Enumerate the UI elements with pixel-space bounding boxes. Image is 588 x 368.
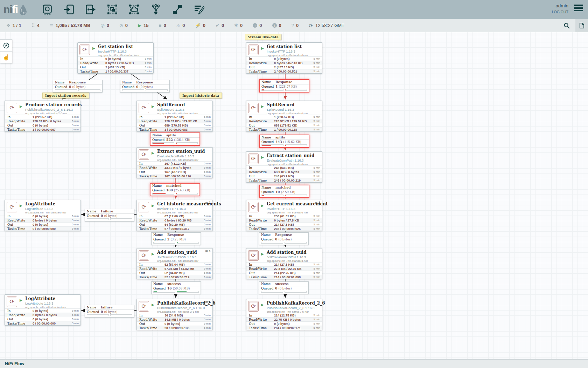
processor-node[interactable]: ▦ 1 ⟳ ▶ Get historic measurements Invoke… [136, 200, 213, 231]
status-item-running: ▶15 [138, 23, 148, 28]
connection-label[interactable]: Name matched Queued 10 (2.59 KB) [259, 185, 309, 198]
connection-relationship: Response [275, 80, 292, 84]
connection-relationship: Response [69, 81, 86, 84]
connection-label[interactable]: Name Response Queued 1 (228.57 KB) [259, 79, 309, 93]
processor-node[interactable]: ⟳ ▶ LogAttribute LogAttribute 1.16.3 org… [5, 294, 81, 326]
processor-stats: In0 (0 bytes)5 minRead/Write0 bytes / 0 … [5, 214, 80, 231]
remote-process-group-button[interactable] [128, 4, 140, 15]
queued-size: (3.25 MB) [170, 238, 186, 241]
hand-select-button[interactable]: ☝ [0, 51, 12, 63]
running-icon: ▶ [138, 23, 141, 28]
template-button[interactable] [172, 4, 183, 15]
connection-label[interactable]: Name Response Queued 0 (0 bytes) [53, 80, 103, 93]
processor-button[interactable] [42, 4, 53, 15]
processor-type: LogAttribute 1.16.3 [25, 207, 80, 211]
connection-name-key: Name [152, 134, 166, 137]
stat-row: In214 (27.8 KB)5 min [246, 262, 322, 266]
connection-label[interactable]: Name Response Queued 0 (0 bytes) [259, 232, 309, 245]
processor-node[interactable]: ▦ 1 ⟳ ▶ Get current measurement InvokeHT… [246, 200, 322, 231]
connection-label[interactable]: Name Response Queued 2 (3.25 MB) [151, 232, 201, 245]
queued-size: (115.62 KB) [283, 140, 301, 144]
processor-node[interactable]: ▦ 1 ⟳ ▶ Add station_uuid JoltTransformJS… [136, 248, 213, 279]
queue-percent-bars [260, 194, 309, 197]
queue-percent-bars [259, 241, 308, 245]
processor-node[interactable]: ⟳ ▶ Extract station_uuid EvaluateJsonPat… [136, 147, 213, 178]
processor-stats: In36 (34.8 MB)5 minRead/Write34.8 MB / 0… [137, 313, 212, 330]
funnel-button[interactable] [150, 4, 161, 15]
processor-node[interactable]: ⟳ ▶ PublishKafkaRecord_2_6 PublishKafkaR… [246, 299, 322, 330]
stat-row: Tasks/Time214 / 00:00:01.0985 min [246, 275, 322, 279]
running-status-icon: ▶ [152, 303, 154, 307]
connection-label[interactable]: Name Response Queued 0 (0 bytes) [120, 80, 170, 93]
processor-stamp-icon: ⟳ [248, 154, 259, 164]
canvas-outline-button[interactable] [575, 19, 588, 32]
locally-modified-icon: ✱ [234, 23, 238, 28]
flow-canvas[interactable]: ☝ Ingest station recordsIngest historic … [0, 0, 588, 368]
input-port-button[interactable] [63, 4, 75, 15]
connection-label[interactable]: Name failure Queued 0 (0 bytes) [85, 305, 134, 318]
processor-node[interactable]: ▦ 1 ⟳ ▶ PublishKafkaRecord_2_6 PublishKa… [136, 299, 213, 330]
queued-size: (0 bytes) [104, 310, 117, 314]
stat-row: In36 (34.8 MB)5 min [137, 313, 212, 317]
processor-bundle: org.apache.nifi - nifi-standard-nar [267, 112, 322, 115]
processor-stamp-icon: ⟳ [7, 103, 17, 113]
refresh-control[interactable]: ⟳ 12:58:27 GMT [309, 23, 344, 28]
canvas-label[interactable]: Ingest station records [42, 93, 89, 98]
processor-name: Extract station_uuid [267, 153, 322, 158]
processor-type: JoltTransformJSON 1.16.3 [157, 255, 212, 259]
locally-modified-stale-icon: ! [272, 23, 277, 28]
stat-row: Read/Write0 bytes / 0 bytes5 min [5, 218, 80, 222]
connection-queued-key: Queued [261, 238, 275, 241]
connection-label[interactable]: Name matched Queued 100 (25.43 KB) [150, 183, 200, 196]
running-status-icon: ▶ [152, 151, 154, 155]
canvas-label[interactable]: Ingest historic data [180, 93, 222, 98]
processor-stamp-icon: ⟳ [139, 202, 149, 212]
processor-name: SplitRecord [157, 102, 212, 107]
processor-stamp-icon: ⟳ [7, 202, 17, 212]
breadcrumb-root[interactable]: NiFi Flow [5, 361, 24, 366]
processor-stats: In214 (27.8 KB)5 minRead/Write27.8 KB / … [246, 262, 322, 279]
processor-node[interactable]: ⟳ ▶ LogAttribute LogAttribute 1.16.3 org… [5, 200, 81, 231]
processor-node[interactable]: ⟳ ▶ Get station list InvokeHTTP 1.16.3 o… [246, 42, 322, 74]
canvas-label[interactable]: Stream live-data [245, 34, 281, 40]
processor-stats: In0 (0 bytes)5 minRead/Write0 bytes / 45… [246, 56, 322, 73]
output-port-icon [85, 4, 96, 15]
output-port-button[interactable] [85, 4, 96, 15]
process-group-button[interactable] [107, 4, 118, 15]
connection-label[interactable]: Name splits Queued 443 (115.62 KB) [259, 135, 309, 148]
transmitting-icon: ◎ [100, 23, 104, 28]
connection-relationship: failure [101, 306, 113, 309]
processor-node[interactable]: ⟳ ▶ Extract station_uuid EvaluateJsonPat… [246, 151, 322, 183]
status-item-threads: ⠿4 [31, 23, 40, 28]
running-status-icon: ▶ [261, 252, 264, 256]
stat-row: Read/Write63.9 KB / 0 bytes5 min [246, 170, 322, 174]
label-button[interactable] [194, 4, 205, 15]
connection-queued-key: Queued [261, 140, 275, 144]
birdseye-compass-button[interactable] [0, 39, 12, 52]
processor-node[interactable]: ⟳ ▶ SplitRecord SplitRecord 1.16.3 org.a… [136, 101, 213, 132]
global-menu-button[interactable] [574, 2, 583, 11]
connection-label[interactable]: Name success Queued 0 (0 bytes) [259, 281, 309, 294]
logout-link[interactable]: LOG OUT [552, 10, 568, 14]
stat-row: In0 (0 bytes)5 min [78, 56, 153, 61]
running-status-icon: ▶ [152, 252, 154, 256]
connection-relationship: Failure [101, 210, 113, 213]
processor-name: Add station_uuid [157, 250, 212, 255]
processor-node[interactable]: ⟳ ▶ Produce station records PublishKafka… [5, 101, 81, 132]
connection-queued-key: Queued [55, 85, 69, 89]
search-button[interactable] [563, 22, 570, 29]
processor-name: SplitRecord [267, 102, 322, 107]
stat-row: In1 (228.57 KB)5 min [5, 115, 80, 119]
connection-queued-key: Queued [122, 85, 136, 89]
connection-relationship: Response [167, 233, 184, 237]
connection-label[interactable]: Name success Queued 16 (50.03 MB) [151, 281, 201, 294]
processor-type: PublishKafkaRecord_2_6 1.16.3 [157, 306, 212, 310]
connection-label[interactable]: Name splits Queued 522 (136.4 KB) [150, 132, 200, 146]
processor-bundle: org.apache.nifi - nifi-standard-nar [25, 306, 80, 309]
processor-node[interactable]: ⟳ ▶ Get station list InvokeHTTP 1.16.3 o… [77, 42, 154, 74]
queue-percent-bars [260, 89, 309, 92]
processor-node[interactable]: ⟳ ▶ Add station_uuid JoltTransformJSON 1… [246, 248, 322, 279]
processor-node[interactable]: ⟳ ▶ SplitRecord SplitRecord 1.16.3 org.a… [246, 101, 322, 132]
processor-type: JoltTransformJSON 1.16.3 [267, 255, 322, 259]
connection-label[interactable]: Name Failure Queued 0 (0 bytes) [85, 209, 134, 222]
